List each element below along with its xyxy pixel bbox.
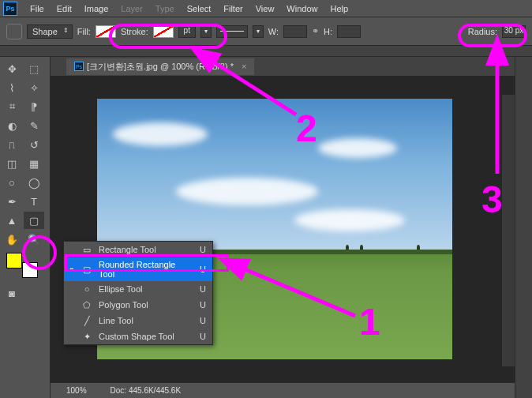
menu-layer[interactable]: Layer <box>114 4 149 13</box>
canvas-area: Ps [크기변환]초원.jpg @ 100% (RGB/8) * × 100% … <box>51 57 515 398</box>
menu-window[interactable]: Window <box>280 4 324 13</box>
toolbox: ✥⬚ ⌇✧ ⌗⁋ ◐✎ ⎍↺ ◫▦ ○◯ ✒T ▲▢ ✋🔍 ◙ <box>0 57 51 398</box>
vertical-scrollbar[interactable] <box>502 95 515 366</box>
stroke-width-dropdown[interactable]: ▾ <box>200 25 212 38</box>
path-select-tool[interactable]: ▲ <box>2 212 22 229</box>
stroke-style[interactable] <box>216 25 248 38</box>
h-label: H: <box>324 27 332 36</box>
menu-bar: Ps File Edit Image Layer Type Select Fil… <box>0 0 532 17</box>
menu-view[interactable]: View <box>249 4 281 13</box>
menu-file[interactable]: File <box>24 4 51 13</box>
app-logo: Ps <box>3 2 17 16</box>
pen-tool[interactable]: ✒ <box>2 193 22 210</box>
flyout-line-tool[interactable]: ╱ Line Tool U <box>64 313 212 329</box>
flyout-bullet: ■ <box>69 266 75 273</box>
zoom-level[interactable]: 100% <box>66 386 87 395</box>
type-tool[interactable]: T <box>24 193 44 210</box>
menu-filter[interactable]: Filter <box>217 4 249 13</box>
flyout-polygon-tool[interactable]: ⬠ Polygon Tool U <box>64 297 212 313</box>
flyout-shortcut: U <box>198 316 208 325</box>
flyout-shortcut: U <box>198 265 208 274</box>
blur-tool[interactable]: ○ <box>2 174 22 191</box>
workspace: ✥⬚ ⌇✧ ⌗⁋ ◐✎ ⎍↺ ◫▦ ○◯ ✒T ▲▢ ✋🔍 ◙ Ps [크기변환… <box>0 57 532 398</box>
image-sky <box>97 99 452 250</box>
close-tab-icon[interactable]: × <box>242 62 246 71</box>
color-swatches <box>6 253 38 278</box>
background-color-swatch[interactable] <box>22 262 38 278</box>
line-icon: ╱ <box>81 315 92 326</box>
stamp-tool[interactable]: ⎍ <box>2 136 22 153</box>
width-input[interactable] <box>283 25 307 38</box>
custom-shape-icon: ✦ <box>81 331 92 342</box>
flyout-shortcut: U <box>198 245 208 254</box>
move-tool[interactable]: ✥ <box>2 60 22 77</box>
shape-mode-dropdown[interactable]: Shape <box>27 24 73 39</box>
foreground-color-swatch[interactable] <box>6 253 22 268</box>
stroke-width-input[interactable]: pt <box>178 25 196 38</box>
active-tool-icon[interactable] <box>6 24 22 39</box>
rectangle-icon: ▭ <box>81 244 92 255</box>
stroke-label: Stroke: <box>121 27 148 36</box>
history-brush-tool[interactable]: ↺ <box>24 136 44 153</box>
status-bar: 100% Doc: 445.6K/445.6K <box>51 382 515 398</box>
flyout-label: Ellipse Tool <box>99 284 192 294</box>
flyout-ellipse-tool[interactable]: ○ Ellipse Tool U <box>64 281 212 297</box>
flyout-label: Rectangle Tool <box>99 245 192 254</box>
flyout-label: Line Tool <box>99 316 192 325</box>
flyout-custom-shape-tool[interactable]: ✦ Custom Shape Tool U <box>64 329 212 344</box>
fill-swatch[interactable] <box>96 25 116 38</box>
flyout-label: Polygon Tool <box>99 300 192 310</box>
marquee-tool[interactable]: ⬚ <box>24 60 44 77</box>
menu-image[interactable]: Image <box>78 4 115 13</box>
sub-options-bar <box>0 46 532 57</box>
fill-label: Fill: <box>77 27 91 36</box>
dodge-tool[interactable]: ◯ <box>24 174 44 191</box>
options-bar: Shape Fill: Stroke: pt ▾ ▾ W: ⚭ H: Radiu… <box>0 17 532 46</box>
flyout-label: Custom Shape Tool <box>99 332 192 341</box>
lasso-tool[interactable]: ⌇ <box>2 79 22 96</box>
flyout-rectangle-tool[interactable]: ▭ Rectangle Tool U <box>64 242 212 257</box>
shape-tool[interactable]: ▢ <box>24 212 44 229</box>
eraser-tool[interactable]: ◫ <box>2 155 22 172</box>
document-tab[interactable]: Ps [크기변환]초원.jpg @ 100% (RGB/8) * × <box>66 58 254 75</box>
zoom-tool[interactable]: 🔍 <box>24 231 44 248</box>
doc-info: Doc: 445.6K/445.6K <box>111 386 182 395</box>
quickmask-toggle[interactable]: ◙ <box>2 284 22 302</box>
brush-tool[interactable]: ✎ <box>24 117 44 134</box>
link-wh-icon[interactable]: ⚭ <box>312 26 319 36</box>
menu-type[interactable]: Type <box>149 4 181 13</box>
gradient-tool[interactable]: ▦ <box>24 155 44 172</box>
height-input[interactable] <box>337 25 361 38</box>
radius-input[interactable]: 30 px <box>502 25 526 38</box>
doc-title: [크기변환]초원.jpg @ 100% (RGB/8) * <box>87 61 234 73</box>
menu-select[interactable]: Select <box>181 4 218 13</box>
menu-help[interactable]: Help <box>324 4 354 13</box>
flyout-rounded-rectangle-tool[interactable]: ■ ▢ Rounded Rectangle Tool U <box>64 257 212 281</box>
flyout-shortcut: U <box>198 284 208 294</box>
w-label: W: <box>268 27 279 36</box>
eyedropper-tool[interactable]: ⁋ <box>24 98 44 115</box>
rounded-rectangle-icon: ▢ <box>81 264 92 275</box>
doc-icon: Ps <box>74 62 84 71</box>
shape-tool-flyout: ▭ Rectangle Tool U ■ ▢ Rounded Rectangle… <box>63 241 213 345</box>
wand-tool[interactable]: ✧ <box>24 79 44 96</box>
panel-dock[interactable] <box>515 57 532 398</box>
heal-tool[interactable]: ◐ <box>2 117 22 134</box>
flyout-shortcut: U <box>198 332 208 341</box>
stroke-swatch[interactable] <box>153 25 174 38</box>
polygon-icon: ⬠ <box>81 299 92 310</box>
radius-label: Radius: <box>468 27 497 36</box>
hand-tool[interactable]: ✋ <box>2 231 22 248</box>
stroke-style-dropdown[interactable]: ▾ <box>253 25 264 38</box>
flyout-label: Rounded Rectangle Tool <box>99 260 192 279</box>
document-tab-bar: Ps [크기변환]초원.jpg @ 100% (RGB/8) * × <box>51 57 515 76</box>
ellipse-icon: ○ <box>81 283 92 295</box>
flyout-shortcut: U <box>198 300 208 310</box>
crop-tool[interactable]: ⌗ <box>2 98 22 115</box>
menu-edit[interactable]: Edit <box>51 4 78 13</box>
